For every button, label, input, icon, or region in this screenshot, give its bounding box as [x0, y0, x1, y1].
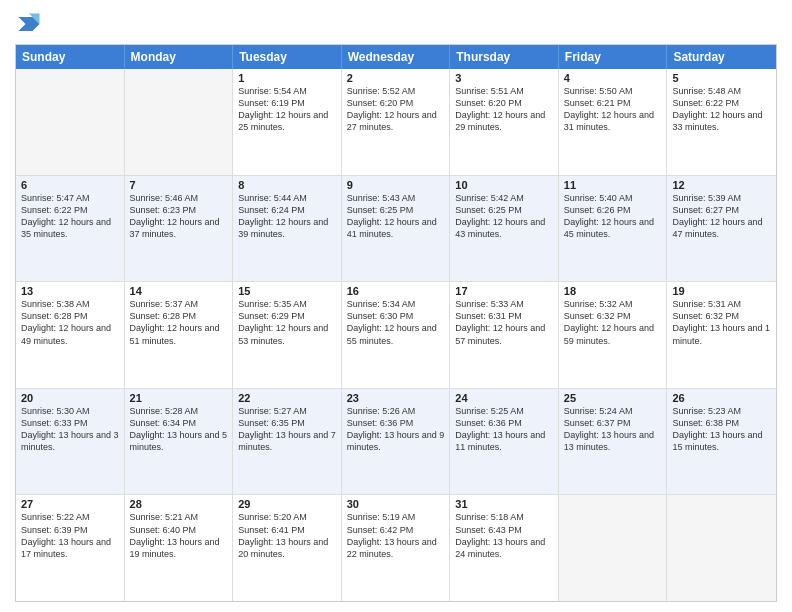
calendar-cell: 3Sunrise: 5:51 AM Sunset: 6:20 PM Daylig… — [450, 69, 559, 175]
calendar-row: 6Sunrise: 5:47 AM Sunset: 6:22 PM Daylig… — [16, 176, 776, 283]
day-number: 5 — [672, 72, 771, 84]
day-number: 17 — [455, 285, 553, 297]
day-info: Sunrise: 5:52 AM Sunset: 6:20 PM Dayligh… — [347, 85, 445, 134]
calendar-header-cell: Thursday — [450, 45, 559, 69]
day-number: 16 — [347, 285, 445, 297]
calendar-cell: 30Sunrise: 5:19 AM Sunset: 6:42 PM Dayli… — [342, 495, 451, 601]
calendar-cell: 19Sunrise: 5:31 AM Sunset: 6:32 PM Dayli… — [667, 282, 776, 388]
day-number: 8 — [238, 179, 336, 191]
day-info: Sunrise: 5:22 AM Sunset: 6:39 PM Dayligh… — [21, 511, 119, 560]
calendar-cell: 16Sunrise: 5:34 AM Sunset: 6:30 PM Dayli… — [342, 282, 451, 388]
day-info: Sunrise: 5:39 AM Sunset: 6:27 PM Dayligh… — [672, 192, 771, 241]
day-info: Sunrise: 5:32 AM Sunset: 6:32 PM Dayligh… — [564, 298, 662, 347]
day-number: 27 — [21, 498, 119, 510]
calendar-cell: 13Sunrise: 5:38 AM Sunset: 6:28 PM Dayli… — [16, 282, 125, 388]
day-number: 26 — [672, 392, 771, 404]
calendar-cell: 20Sunrise: 5:30 AM Sunset: 6:33 PM Dayli… — [16, 389, 125, 495]
day-info: Sunrise: 5:21 AM Sunset: 6:40 PM Dayligh… — [130, 511, 228, 560]
day-info: Sunrise: 5:30 AM Sunset: 6:33 PM Dayligh… — [21, 405, 119, 454]
calendar-cell — [16, 69, 125, 175]
day-number: 9 — [347, 179, 445, 191]
calendar-header-cell: Monday — [125, 45, 234, 69]
day-number: 20 — [21, 392, 119, 404]
day-info: Sunrise: 5:44 AM Sunset: 6:24 PM Dayligh… — [238, 192, 336, 241]
day-number: 23 — [347, 392, 445, 404]
calendar-cell: 21Sunrise: 5:28 AM Sunset: 6:34 PM Dayli… — [125, 389, 234, 495]
day-number: 15 — [238, 285, 336, 297]
day-number: 1 — [238, 72, 336, 84]
calendar-cell: 23Sunrise: 5:26 AM Sunset: 6:36 PM Dayli… — [342, 389, 451, 495]
calendar-cell: 25Sunrise: 5:24 AM Sunset: 6:37 PM Dayli… — [559, 389, 668, 495]
calendar-header: SundayMondayTuesdayWednesdayThursdayFrid… — [16, 45, 776, 69]
calendar-header-cell: Wednesday — [342, 45, 451, 69]
calendar-cell: 31Sunrise: 5:18 AM Sunset: 6:43 PM Dayli… — [450, 495, 559, 601]
calendar-cell: 18Sunrise: 5:32 AM Sunset: 6:32 PM Dayli… — [559, 282, 668, 388]
logo — [15, 10, 47, 38]
day-number: 18 — [564, 285, 662, 297]
day-number: 3 — [455, 72, 553, 84]
calendar: SundayMondayTuesdayWednesdayThursdayFrid… — [15, 44, 777, 602]
day-number: 21 — [130, 392, 228, 404]
day-info: Sunrise: 5:23 AM Sunset: 6:38 PM Dayligh… — [672, 405, 771, 454]
calendar-cell: 26Sunrise: 5:23 AM Sunset: 6:38 PM Dayli… — [667, 389, 776, 495]
day-info: Sunrise: 5:34 AM Sunset: 6:30 PM Dayligh… — [347, 298, 445, 347]
calendar-cell: 14Sunrise: 5:37 AM Sunset: 6:28 PM Dayli… — [125, 282, 234, 388]
day-info: Sunrise: 5:54 AM Sunset: 6:19 PM Dayligh… — [238, 85, 336, 134]
day-number: 31 — [455, 498, 553, 510]
calendar-cell: 11Sunrise: 5:40 AM Sunset: 6:26 PM Dayli… — [559, 176, 668, 282]
day-number: 19 — [672, 285, 771, 297]
header — [15, 10, 777, 38]
day-info: Sunrise: 5:51 AM Sunset: 6:20 PM Dayligh… — [455, 85, 553, 134]
day-info: Sunrise: 5:24 AM Sunset: 6:37 PM Dayligh… — [564, 405, 662, 454]
calendar-cell: 17Sunrise: 5:33 AM Sunset: 6:31 PM Dayli… — [450, 282, 559, 388]
day-info: Sunrise: 5:50 AM Sunset: 6:21 PM Dayligh… — [564, 85, 662, 134]
page: SundayMondayTuesdayWednesdayThursdayFrid… — [0, 0, 792, 612]
calendar-cell — [559, 495, 668, 601]
calendar-cell — [667, 495, 776, 601]
calendar-row: 13Sunrise: 5:38 AM Sunset: 6:28 PM Dayli… — [16, 282, 776, 389]
calendar-header-cell: Tuesday — [233, 45, 342, 69]
day-number: 2 — [347, 72, 445, 84]
day-info: Sunrise: 5:19 AM Sunset: 6:42 PM Dayligh… — [347, 511, 445, 560]
day-info: Sunrise: 5:38 AM Sunset: 6:28 PM Dayligh… — [21, 298, 119, 347]
calendar-cell: 12Sunrise: 5:39 AM Sunset: 6:27 PM Dayli… — [667, 176, 776, 282]
calendar-cell: 10Sunrise: 5:42 AM Sunset: 6:25 PM Dayli… — [450, 176, 559, 282]
day-info: Sunrise: 5:26 AM Sunset: 6:36 PM Dayligh… — [347, 405, 445, 454]
day-info: Sunrise: 5:33 AM Sunset: 6:31 PM Dayligh… — [455, 298, 553, 347]
calendar-header-cell: Friday — [559, 45, 668, 69]
day-number: 25 — [564, 392, 662, 404]
calendar-cell: 2Sunrise: 5:52 AM Sunset: 6:20 PM Daylig… — [342, 69, 451, 175]
day-info: Sunrise: 5:18 AM Sunset: 6:43 PM Dayligh… — [455, 511, 553, 560]
day-number: 24 — [455, 392, 553, 404]
calendar-header-cell: Saturday — [667, 45, 776, 69]
calendar-cell: 29Sunrise: 5:20 AM Sunset: 6:41 PM Dayli… — [233, 495, 342, 601]
calendar-row: 20Sunrise: 5:30 AM Sunset: 6:33 PM Dayli… — [16, 389, 776, 496]
day-info: Sunrise: 5:48 AM Sunset: 6:22 PM Dayligh… — [672, 85, 771, 134]
calendar-cell: 22Sunrise: 5:27 AM Sunset: 6:35 PM Dayli… — [233, 389, 342, 495]
day-number: 29 — [238, 498, 336, 510]
day-number: 7 — [130, 179, 228, 191]
day-info: Sunrise: 5:31 AM Sunset: 6:32 PM Dayligh… — [672, 298, 771, 347]
calendar-cell: 1Sunrise: 5:54 AM Sunset: 6:19 PM Daylig… — [233, 69, 342, 175]
day-number: 14 — [130, 285, 228, 297]
day-info: Sunrise: 5:25 AM Sunset: 6:36 PM Dayligh… — [455, 405, 553, 454]
day-info: Sunrise: 5:47 AM Sunset: 6:22 PM Dayligh… — [21, 192, 119, 241]
day-info: Sunrise: 5:37 AM Sunset: 6:28 PM Dayligh… — [130, 298, 228, 347]
day-info: Sunrise: 5:27 AM Sunset: 6:35 PM Dayligh… — [238, 405, 336, 454]
day-number: 28 — [130, 498, 228, 510]
calendar-header-cell: Sunday — [16, 45, 125, 69]
calendar-row: 27Sunrise: 5:22 AM Sunset: 6:39 PM Dayli… — [16, 495, 776, 601]
calendar-row: 1Sunrise: 5:54 AM Sunset: 6:19 PM Daylig… — [16, 69, 776, 176]
day-info: Sunrise: 5:35 AM Sunset: 6:29 PM Dayligh… — [238, 298, 336, 347]
day-number: 22 — [238, 392, 336, 404]
day-number: 6 — [21, 179, 119, 191]
calendar-cell: 8Sunrise: 5:44 AM Sunset: 6:24 PM Daylig… — [233, 176, 342, 282]
day-info: Sunrise: 5:46 AM Sunset: 6:23 PM Dayligh… — [130, 192, 228, 241]
day-number: 30 — [347, 498, 445, 510]
day-info: Sunrise: 5:20 AM Sunset: 6:41 PM Dayligh… — [238, 511, 336, 560]
calendar-cell: 15Sunrise: 5:35 AM Sunset: 6:29 PM Dayli… — [233, 282, 342, 388]
calendar-cell: 28Sunrise: 5:21 AM Sunset: 6:40 PM Dayli… — [125, 495, 234, 601]
day-number: 11 — [564, 179, 662, 191]
calendar-cell — [125, 69, 234, 175]
day-info: Sunrise: 5:42 AM Sunset: 6:25 PM Dayligh… — [455, 192, 553, 241]
